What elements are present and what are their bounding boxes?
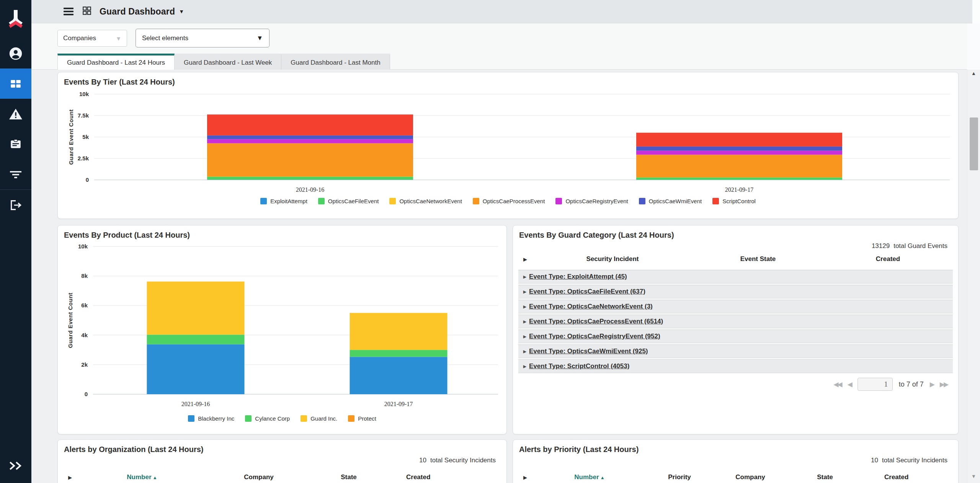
sidebar-item-alerts[interactable] [0,99,31,129]
apps-grid-icon[interactable] [82,6,92,17]
expand-row-arrow-icon[interactable]: ▶ [521,364,529,369]
legend-item-Cylance Corp[interactable]: Cylance Corp [245,415,290,422]
bar-segment-Blackberry Inc[interactable] [147,344,245,394]
table-row[interactable]: ▶Event Type: OpticsCaeRegistryEvent (952… [518,330,953,343]
chevron-down-icon: ▼ [116,35,121,42]
event-type-link[interactable]: Event Type: OpticsCaeFileEvent (637) [529,288,645,295]
next-page-button[interactable]: ▶ [930,380,934,388]
expand-row-arrow-icon[interactable]: ▶ [521,319,529,324]
expand-row-arrow-icon[interactable]: ▶ [521,289,529,294]
legend-item-Guard Inc.[interactable]: Guard Inc. [301,415,337,422]
bar-segment-OpticsCaeProcessEvent[interactable] [636,155,842,177]
bar-segment-OpticsCaeFileEvent[interactable] [207,176,413,179]
table-row[interactable]: ▶Event Type: OpticsCaeNetworkEvent (3) [518,300,953,313]
expand-row-arrow-icon[interactable]: ▶ [521,274,529,279]
companies-select[interactable]: Companies ▼ [57,30,127,47]
legend-item-Protect[interactable]: Protect [348,415,376,422]
table-row[interactable]: ▶Event Type: OpticsCaeWmiEvent (925) [518,344,953,358]
bar-segment-Guard Inc.[interactable] [350,313,448,350]
column-header-state[interactable]: State [789,473,861,481]
expand-column-arrow-icon[interactable]: ▶ [518,256,532,262]
bar-segment-OpticsCaeWmiEvent[interactable] [207,135,413,139]
bar-segment-Cylance Corp[interactable] [350,350,448,357]
warning-triangle-icon [8,108,23,121]
bar-segment-OpticsCaeRegistryEvent[interactable] [636,151,842,155]
sidebar [0,0,31,483]
column-header-created[interactable]: Created [861,473,953,481]
legend-item-OpticsCaeFileEvent[interactable]: OpticsCaeFileEvent [318,198,379,204]
legend-item-OpticsCaeNetworkEvent[interactable]: OpticsCaeNetworkEvent [389,198,462,204]
column-header-priority[interactable]: Priority [647,473,712,481]
column-header-created[interactable]: Created [387,473,501,481]
column-header-state[interactable]: State [310,473,387,481]
legend-item-ExploitAttempt[interactable]: ExploitAttempt [260,198,307,204]
bar-segment-Cylance Corp[interactable] [147,335,245,344]
bar-segment-OpticsCaeFileEvent[interactable] [636,177,842,179]
sidebar-item-account[interactable] [0,38,31,69]
legend-item-OpticsCaeRegistryEvent[interactable]: OpticsCaeRegistryEvent [555,198,628,204]
bar-segment-ExploitAttempt[interactable] [636,180,842,180]
column-header-number[interactable]: Number ▲ [77,473,207,481]
brand-logo[interactable] [0,0,31,38]
column-header-created[interactable]: Created [823,255,953,263]
legend-item-ScriptControl[interactable]: ScriptControl [712,198,756,204]
legend-swatch [473,198,479,204]
title-dropdown-caret-icon[interactable]: ▼ [179,8,184,15]
svg-text:5k: 5k [82,134,89,140]
column-header-company[interactable]: Company [207,473,310,481]
sidebar-item-reports[interactable] [0,129,31,159]
bar-segment-OpticsCaeProcessEvent[interactable] [207,143,413,176]
scroll-up-arrow-icon[interactable]: ▲ [967,70,980,76]
bar-segment-ScriptControl[interactable] [207,114,413,135]
event-type-link[interactable]: Event Type: OpticsCaeNetworkEvent (3) [529,303,653,310]
table-row[interactable]: ▶Event Type: ScriptControl (4053) [518,359,953,373]
last-page-button[interactable]: ▶▶ [940,380,947,388]
bar-segment-Guard Inc.[interactable] [147,282,245,335]
expand-row-arrow-icon[interactable]: ▶ [521,349,529,354]
first-page-button[interactable]: ◀◀ [833,380,841,388]
legend-swatch [639,198,645,204]
events-by-product-chart: 02k4k6k8k10kGuard Event Count2021-09-162… [58,241,507,413]
event-type-link[interactable]: Event Type: OpticsCaeWmiEvent (925) [529,348,648,355]
legend-item-OpticsCaeProcessEvent[interactable]: OpticsCaeProcessEvent [473,198,545,204]
expand-column-arrow-icon[interactable]: ▶ [63,475,77,480]
table-row[interactable]: ▶Event Type: OpticsCaeProcessEvent (6514… [518,315,953,328]
bar-segment-OpticsCaeRegistryEvent[interactable] [207,139,413,144]
sidebar-item-logout[interactable] [0,190,31,220]
column-header-company[interactable]: Company [712,473,789,481]
page-number-input[interactable]: 1 [858,378,893,391]
event-type-link[interactable]: Event Type: ExploitAttempt (45) [529,273,627,281]
bar-segment-ScriptControl[interactable] [636,133,842,147]
legend-item-Blackberry Inc[interactable]: Blackberry Inc [188,415,234,422]
table-row[interactable]: ▶Event Type: OpticsCaeFileEvent (637) [518,285,953,299]
event-type-link[interactable]: Event Type: OpticsCaeProcessEvent (6514) [529,318,663,325]
previous-page-button[interactable]: ◀ [848,380,851,388]
select-elements-dropdown[interactable]: Select elements ▼ [136,29,270,47]
sidebar-expand-button[interactable] [0,449,31,483]
expand-column-arrow-icon[interactable]: ▶ [518,475,532,480]
legend-label: OpticsCaeWmiEvent [649,198,702,204]
bar-segment-OpticsCaeNetworkEvent[interactable] [636,177,842,178]
tab-last-week[interactable]: Guard Dashboard - Last Week [175,54,281,70]
scroll-down-arrow-icon[interactable]: ▼ [967,473,980,479]
bar-segment-OpticsCaeNetworkEvent[interactable] [207,176,413,177]
column-header-event-state[interactable]: Event State [693,255,823,263]
tab-last-month[interactable]: Guard Dashboard - Last Month [281,54,390,70]
event-type-link[interactable]: Event Type: OpticsCaeRegistryEvent (952) [529,333,660,340]
expand-row-arrow-icon[interactable]: ▶ [521,304,529,309]
expand-row-arrow-icon[interactable]: ▶ [521,334,529,339]
column-header-security-incident[interactable]: Security Incident [532,255,693,263]
event-type-link[interactable]: Event Type: ScriptControl (4053) [529,362,629,370]
bar-segment-OpticsCaeWmiEvent[interactable] [636,147,842,151]
tab-last-24-hours[interactable]: Guard Dashboard - Last 24 Hours [57,54,175,70]
menu-hamburger-icon[interactable] [64,8,74,15]
column-header-number[interactable]: Number ▲ [532,473,647,481]
table-row[interactable]: ▶Event Type: ExploitAttempt (45) [518,270,953,284]
scrollbar-thumb[interactable] [970,117,978,170]
legend-item-OpticsCaeWmiEvent[interactable]: OpticsCaeWmiEvent [639,198,702,204]
vertical-scrollbar[interactable]: ▲ ▼ [967,70,980,483]
bar-segment-ExploitAttempt[interactable] [207,179,413,180]
sidebar-item-filter[interactable] [0,159,31,189]
bar-segment-Blackberry Inc[interactable] [350,357,448,394]
sidebar-item-dashboard[interactable] [0,69,31,99]
